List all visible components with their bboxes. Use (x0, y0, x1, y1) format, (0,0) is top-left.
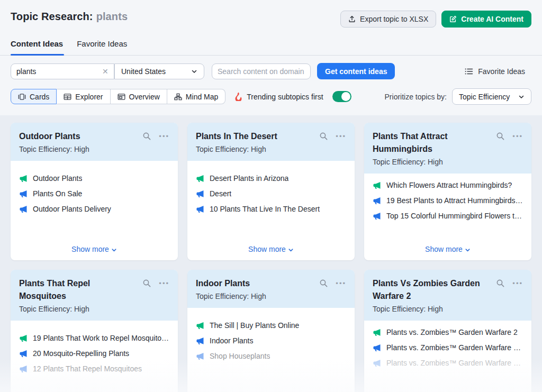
subtopic-item[interactable]: The Sill | Buy Plants Online (196, 321, 346, 330)
megaphone-icon (373, 329, 381, 336)
subtopic-item[interactable]: Outdoor Plants Delivery (19, 205, 169, 213)
more-options-icon[interactable]: ••• (159, 281, 169, 286)
favorite-ideas-link[interactable]: Favorite Ideas (465, 67, 531, 76)
card-grid-background: Outdoor Plants Topic Efficiency: High ••… (0, 115, 542, 392)
subtopic-item[interactable]: 12 Plants That Repel Mosquitoes (19, 364, 169, 373)
page-title: Topic Research:plants (11, 11, 128, 23)
card-body: Which Flowers Attract Hummingbirds? 19 B… (364, 174, 531, 220)
export-xlsx-label: Export topic to XLSX (360, 15, 428, 23)
subtopic-item[interactable]: Plants vs. Zombies™ Garden Warfare 2: D.… (373, 343, 523, 352)
tab-favorite-ideas[interactable]: Favorite Ideas (77, 39, 127, 55)
card-grid: Outdoor Plants Topic Efficiency: High ••… (0, 115, 542, 392)
subtopic-item-label: Which Flowers Attract Hummingbirds? (386, 181, 512, 189)
subtopic-item-label: Plants vs. Zombies™ Garden Warfare 2: S.… (386, 359, 523, 367)
megaphone-icon (196, 337, 204, 345)
subtopic-item[interactable]: Desert (196, 189, 346, 198)
megaphone-icon (19, 190, 28, 198)
card-title[interactable]: Indoor Plants (196, 277, 314, 290)
keyword-input[interactable] (11, 63, 114, 79)
export-xlsx-button[interactable]: Export topic to XLSX (340, 11, 436, 28)
subtopic-item[interactable]: Plants vs. Zombies™ Garden Warfare 2: S.… (373, 359, 523, 367)
subtopic-item-label: Plants vs. Zombies™ Garden Warfare 2 (386, 328, 518, 336)
domain-search-input[interactable] (212, 63, 311, 79)
subtopic-item[interactable]: Outdoor Plants (19, 174, 169, 183)
compose-icon (449, 15, 457, 23)
create-ai-content-label: Create AI Content (461, 15, 523, 23)
card-title[interactable]: Plants That Attract Hummingbirds (373, 130, 491, 156)
create-ai-content-button[interactable]: Create AI Content (441, 11, 531, 28)
subtopic-item-label: 10 Plants That Live In The Desert (210, 205, 320, 213)
subtopic-item-label: Desert Plants in Arizona (210, 174, 288, 183)
more-options-icon[interactable]: ••• (336, 134, 346, 139)
topic-card: Plants That Attract Hummingbirds Topic E… (364, 123, 531, 260)
more-options-icon[interactable]: ••• (336, 281, 346, 286)
get-content-ideas-button[interactable]: Get content ideas (317, 63, 395, 79)
megaphone-icon (196, 190, 204, 198)
subtopic-item-label: Outdoor Plants Delivery (33, 205, 111, 213)
subtopic-item[interactable]: 10 Plants That Live In The Desert (196, 205, 346, 213)
favorite-ideas-link-label: Favorite Ideas (478, 67, 525, 76)
card-title[interactable]: Outdoor Plants (19, 130, 138, 143)
subtopic-item[interactable]: 20 Mosquito-Repelling Plants (19, 349, 169, 358)
show-more-link[interactable]: Show more (364, 245, 531, 253)
view-mindmap-label: Mind Map (186, 93, 218, 101)
search-icon[interactable] (142, 279, 151, 288)
view-explorer-button[interactable]: Explorer (57, 89, 110, 104)
view-overview-label: Overview (129, 93, 160, 101)
subtopic-item-label: Top 15 Colorful Hummingbird Flowers to .… (386, 212, 523, 220)
subtopic-item[interactable]: Plants vs. Zombies™ Garden Warfare 2 (373, 328, 523, 336)
subtopic-item[interactable]: Which Flowers Attract Hummingbirds? (373, 181, 523, 189)
subtopic-item-label: 19 Best Plants to Attract Hummingbirds t… (386, 196, 523, 205)
subtopic-item-label: Shop Houseplants (210, 352, 270, 360)
trending-subtopics-control: Trending subtopics first (234, 91, 351, 102)
get-content-ideas-label: Get content ideas (325, 67, 387, 76)
subtopic-item[interactable]: 19 Best Plants to Attract Hummingbirds t… (373, 196, 523, 205)
subtopic-item-label: Desert (210, 189, 231, 198)
card-header: Indoor Plants Topic Efficiency: High (187, 270, 355, 308)
card-title[interactable]: Plants In The Desert (196, 130, 314, 143)
view-mindmap-button[interactable]: Mind Map (167, 89, 225, 104)
more-options-icon[interactable]: ••• (159, 134, 169, 139)
subtopic-item[interactable]: Shop Houseplants (196, 352, 346, 360)
card-body: 19 Plants That Work to Repel Mosquitos i… (11, 321, 178, 373)
subtopic-item[interactable]: Indoor Plants (196, 336, 346, 345)
card-efficiency: Topic Efficiency: High (196, 291, 314, 301)
subtopic-item-label: Indoor Plants (210, 336, 254, 345)
view-segmented-control: Cards Explorer Overview (11, 89, 225, 104)
more-options-icon[interactable]: ••• (512, 281, 523, 286)
country-select[interactable]: United States (114, 63, 204, 79)
keyword-input-wrap: ✕ (11, 63, 114, 79)
search-icon[interactable] (496, 279, 505, 288)
megaphone-icon (19, 365, 28, 373)
upload-icon (348, 15, 356, 23)
view-overview-button[interactable]: Overview (111, 89, 167, 104)
card-title[interactable]: Plants Vs Zombies Garden Warfare 2 (373, 277, 491, 303)
top-actions: Export topic to XLSX Create AI Content (340, 11, 531, 28)
card-title[interactable]: Plants That Repel Mosquitoes (19, 277, 138, 303)
prioritize-select[interactable]: Topic Efficiency (452, 88, 531, 105)
card-header: Plants That Attract Hummingbirds Topic E… (364, 123, 531, 174)
trending-toggle[interactable] (332, 91, 351, 102)
top-bar: Topic Research:plants Export topic to XL… (0, 0, 542, 28)
tab-content-ideas[interactable]: Content Ideas (11, 39, 63, 55)
card-header: Plants Vs Zombies Garden Warfare 2 Topic… (364, 270, 531, 321)
search-icon[interactable] (319, 132, 328, 141)
view-cards-button[interactable]: Cards (11, 89, 57, 104)
search-icon[interactable] (142, 132, 151, 141)
subtopic-item[interactable]: Plants On Sale (19, 189, 169, 198)
show-more-link[interactable]: Show more (187, 245, 355, 253)
show-more-link[interactable]: Show more (11, 245, 178, 253)
subtopic-item[interactable]: Top 15 Colorful Hummingbird Flowers to .… (373, 212, 523, 220)
megaphone-icon (196, 352, 204, 360)
subtopic-item[interactable]: 19 Plants That Work to Repel Mosquitos i… (19, 334, 169, 342)
subtopic-item[interactable]: Desert Plants in Arizona (196, 174, 346, 183)
show-more-label: Show more (71, 245, 109, 253)
subtopic-item-label: Plants vs. Zombies™ Garden Warfare 2: D.… (386, 343, 523, 352)
more-options-icon[interactable]: ••• (512, 134, 523, 139)
search-icon[interactable] (319, 279, 328, 288)
megaphone-icon (19, 334, 28, 342)
search-icon[interactable] (496, 132, 505, 141)
page-title-label: Topic Research: (11, 11, 93, 22)
clear-keyword-icon[interactable]: ✕ (102, 68, 110, 75)
view-explorer-label: Explorer (75, 93, 103, 101)
